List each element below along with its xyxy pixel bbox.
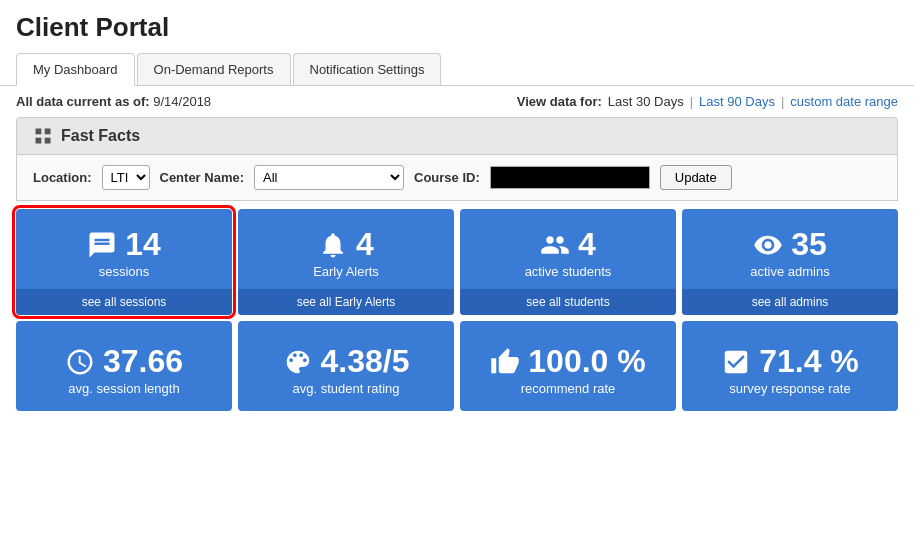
center-name-label: Center Name: — [160, 170, 245, 185]
early-alerts-card[interactable]: 4 Early Alerts see all Early Alerts — [238, 209, 454, 315]
svg-rect-2 — [36, 138, 42, 144]
recommend-rate-main: 100.0 % recommend rate — [460, 321, 676, 411]
svg-rect-0 — [36, 129, 42, 135]
active-students-label: active students — [525, 264, 612, 279]
view-data-section: View data for: Last 30 Days | Last 90 Da… — [517, 94, 898, 109]
active-students-number: 4 — [578, 227, 596, 262]
avg-session-length-card: 37.66 avg. session length — [16, 321, 232, 411]
survey-response-rate-label: survey response rate — [729, 381, 850, 396]
current-date-label: All data current as of: 9/14/2018 — [16, 94, 211, 109]
location-select[interactable]: LTI — [102, 165, 150, 190]
early-alerts-label: Early Alerts — [313, 264, 379, 279]
course-id-input[interactable] — [490, 166, 650, 189]
active-admins-card-main: 35 active admins — [682, 209, 898, 289]
see-all-sessions[interactable]: see all sessions — [16, 289, 232, 315]
fast-facts-title: Fast Facts — [61, 127, 140, 145]
svg-rect-1 — [45, 129, 51, 135]
survey-response-rate-value: 71.4 % — [759, 344, 859, 379]
recommend-rate-value: 100.0 % — [528, 344, 645, 379]
active-admins-card[interactable]: 35 active admins see all admins — [682, 209, 898, 315]
clock-icon — [65, 347, 95, 377]
avg-session-length-label: avg. session length — [68, 381, 179, 396]
center-name-select[interactable]: All — [254, 165, 404, 190]
avg-student-rating-value-row: 4.38/5 — [283, 344, 410, 379]
sessions-number: 14 — [125, 227, 161, 262]
update-button[interactable]: Update — [660, 165, 732, 190]
filter-bar: Location: LTI Center Name: All Course ID… — [16, 155, 898, 201]
see-all-admins[interactable]: see all admins — [682, 289, 898, 315]
survey-response-rate-card: 71.4 % survey response rate — [682, 321, 898, 411]
stats-grid-row1: 14 sessions see all sessions 4 Early Ale… — [0, 201, 914, 323]
active-students-card[interactable]: 4 active students see all students — [460, 209, 676, 315]
custom-date-range-link[interactable]: custom date range — [790, 94, 898, 109]
chat-icon — [87, 230, 117, 260]
group-icon — [540, 230, 570, 260]
eye-icon — [753, 230, 783, 260]
avg-session-length-main: 37.66 avg. session length — [16, 321, 232, 411]
sessions-card[interactable]: 14 sessions see all sessions — [16, 209, 232, 315]
svg-rect-3 — [45, 138, 51, 144]
location-label: Location: — [33, 170, 92, 185]
data-bar: All data current as of: 9/14/2018 View d… — [0, 86, 914, 117]
course-id-label: Course ID: — [414, 170, 480, 185]
early-alerts-card-main: 4 Early Alerts — [238, 209, 454, 289]
stats-grid-row2: 37.66 avg. session length 4.38/5 avg. st… — [0, 321, 914, 419]
see-all-early-alerts[interactable]: see all Early Alerts — [238, 289, 454, 315]
active-admins-count-row: 35 — [753, 227, 827, 262]
palette-icon — [283, 347, 313, 377]
early-alerts-number: 4 — [356, 227, 374, 262]
recommend-rate-label: recommend rate — [521, 381, 616, 396]
active-students-card-main: 4 active students — [460, 209, 676, 289]
active-admins-label: active admins — [750, 264, 829, 279]
grid-icon — [33, 126, 53, 146]
page-header: Client Portal — [0, 0, 914, 47]
tab-my-dashboard[interactable]: My Dashboard — [16, 53, 135, 86]
tab-bar: My Dashboard On-Demand Reports Notificat… — [0, 53, 914, 86]
tab-on-demand-reports[interactable]: On-Demand Reports — [137, 53, 291, 85]
survey-response-rate-main: 71.4 % survey response rate — [682, 321, 898, 411]
avg-session-length-value: 37.66 — [103, 344, 183, 379]
fast-facts-header: Fast Facts — [16, 117, 898, 155]
avg-student-rating-value: 4.38/5 — [321, 344, 410, 379]
recommend-rate-value-row: 100.0 % — [490, 344, 645, 379]
see-all-students[interactable]: see all students — [460, 289, 676, 315]
bell-icon — [318, 230, 348, 260]
sessions-card-main: 14 sessions — [16, 209, 232, 289]
last-90-days-link[interactable]: Last 90 Days — [699, 94, 775, 109]
tab-notification-settings[interactable]: Notification Settings — [293, 53, 442, 85]
avg-student-rating-main: 4.38/5 avg. student rating — [238, 321, 454, 411]
survey-response-rate-value-row: 71.4 % — [721, 344, 859, 379]
early-alerts-count-row: 4 — [318, 227, 374, 262]
active-students-count-row: 4 — [540, 227, 596, 262]
thumbs-up-icon — [490, 347, 520, 377]
active-admins-number: 35 — [791, 227, 827, 262]
avg-session-length-value-row: 37.66 — [65, 344, 183, 379]
checkmark-icon — [721, 347, 751, 377]
sessions-count-row: 14 — [87, 227, 161, 262]
avg-student-rating-card: 4.38/5 avg. student rating — [238, 321, 454, 411]
recommend-rate-card: 100.0 % recommend rate — [460, 321, 676, 411]
page-title: Client Portal — [16, 12, 898, 43]
avg-student-rating-label: avg. student rating — [293, 381, 400, 396]
sessions-label: sessions — [99, 264, 150, 279]
